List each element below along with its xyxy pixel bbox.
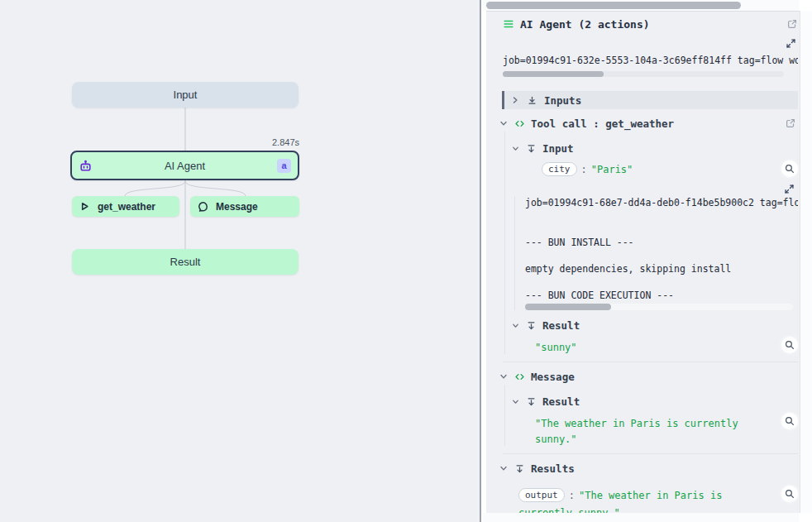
chevron-down-icon[interactable] [499, 371, 509, 381]
tool-call-children: Input city:"Paris" [504, 132, 798, 354]
log-progress-thumb[interactable] [503, 71, 604, 77]
tool-log-block: job=01994c91-68e7-dd4a-deb0-f14be5b900c2… [514, 196, 798, 310]
flow-node-ai-agent-label: AI Agent [72, 160, 298, 172]
tool-input-label: Input [542, 142, 574, 155]
flow-node-input[interactable]: Input [72, 82, 299, 108]
tool-call-header[interactable]: Tool call : get_weather [499, 115, 798, 132]
results-output-row: output:"The weather in Paris is currentl… [504, 487, 798, 513]
chevron-down-icon[interactable] [511, 321, 520, 330]
tool-result-value-row: "sunny" [505, 338, 798, 354]
flow-node-result[interactable]: Result [72, 249, 299, 275]
log-line [525, 209, 798, 223]
log-line [525, 249, 798, 262]
chevron-down-icon[interactable] [511, 397, 520, 406]
panel-vertical-scrollbar[interactable] [800, 11, 812, 513]
run-detail-panel: AI Agent (2 actions) job=01994c91-632e-5… [480, 0, 812, 522]
magnifier-icon[interactable] [781, 160, 798, 177]
tool-log-scrollbar[interactable] [525, 304, 793, 310]
log-line: --- BUN INSTALL --- [525, 236, 798, 249]
message-children: Result "The weather in Paris is currentl… [504, 385, 798, 446]
colon: : [565, 490, 579, 501]
log-line [525, 275, 798, 289]
code-icon [514, 118, 525, 129]
play-icon [79, 200, 91, 213]
key-pill-city[interactable]: city [542, 162, 577, 176]
panel-content: AI Agent (2 actions) job=01994c91-632e-5… [486, 11, 800, 513]
message-result-value: "The weather in Paris is currently sunny… [535, 418, 738, 445]
chevron-right-icon[interactable] [510, 95, 520, 105]
results-section: Results output:"The weather in Paris is … [503, 460, 798, 513]
expand-icon[interactable] [784, 184, 795, 194]
panel-header: AI Agent (2 actions) [503, 17, 798, 31]
tool-call-title: Tool call : get_weather [531, 117, 674, 130]
agent-badge: a [277, 159, 291, 173]
ai-agent-menu-icon [503, 18, 514, 30]
message-result-header[interactable]: Result [505, 395, 798, 408]
tool-result-label: Result [542, 319, 580, 332]
log-line: --- BUN CODE EXECUTION --- [525, 289, 798, 302]
tool-log-expand-row [505, 184, 798, 194]
arrow-down-from-bar-icon [526, 396, 537, 407]
tool-result-value: "sunny" [535, 342, 577, 353]
flow-node-get-weather-label: get_weather [98, 201, 155, 213]
chevron-down-icon[interactable] [499, 463, 509, 473]
message-result-label: Result [542, 395, 580, 408]
message-header[interactable]: Message [499, 368, 798, 385]
panel-top-scrollbar[interactable] [483, 0, 799, 11]
results-children: output:"The weather in Paris is currentl… [504, 477, 798, 513]
speech-bubble-icon [197, 200, 209, 213]
arrow-down-from-bar-icon [526, 320, 537, 331]
agent-duration: 2.847s [70, 137, 299, 147]
open-external-icon[interactable] [785, 117, 796, 129]
code-icon [514, 371, 525, 382]
log-progress-bar[interactable] [503, 71, 784, 77]
flow-canvas[interactable]: Input 2.847s AI Agent a get_weather [0, 0, 480, 522]
tool-input-city-row: city:"Paris" [505, 162, 798, 177]
expand-log-row [503, 37, 798, 49]
key-pill-output[interactable]: output [518, 488, 565, 502]
panel-bottom-scrollbar[interactable] [483, 513, 799, 522]
tool-call-section: Tool call : get_weather [503, 115, 798, 362]
results-header[interactable]: Results [499, 460, 798, 477]
inputs-section-header[interactable]: Inputs [502, 91, 798, 109]
arrow-down-from-bar-icon [526, 143, 537, 154]
magnifier-icon[interactable] [781, 413, 798, 429]
flow-node-get-weather[interactable]: get_weather [72, 196, 179, 217]
magnifier-icon[interactable] [781, 337, 798, 353]
chevron-down-icon[interactable] [511, 144, 520, 153]
log-line: empty dependencies, skipping install [525, 262, 798, 275]
panel-top-scrollbar-thumb[interactable] [486, 2, 741, 9]
flow-node-message[interactable]: Message [190, 196, 299, 217]
flow-node-result-label: Result [170, 256, 201, 268]
tool-input-header[interactable]: Input [505, 141, 798, 155]
arrow-down-from-bar-icon [514, 463, 525, 474]
flow-node-message-label: Message [216, 201, 258, 213]
magnifier-icon[interactable] [781, 486, 798, 502]
tool-log-scrollbar-thumb[interactable] [525, 304, 611, 310]
log-line [525, 223, 798, 236]
log-line: job=01994c91-68e7-dd4a-deb0-f14be5b900c2… [525, 196, 798, 209]
colon: : [577, 164, 591, 175]
results-title: Results [531, 462, 575, 475]
open-external-icon[interactable] [786, 18, 798, 30]
message-result-value-row: "The weather in Paris is currently sunny… [505, 414, 798, 446]
flow-node-ai-agent[interactable]: AI Agent a [70, 151, 299, 180]
inputs-section-label: Inputs [544, 94, 581, 107]
download-icon [527, 95, 537, 106]
message-section: Message Result [503, 368, 798, 454]
message-title: Message [531, 371, 575, 383]
flow-node-input-label: Input [174, 89, 198, 101]
panel-title: AI Agent (2 actions) [520, 18, 650, 31]
chevron-down-icon[interactable] [499, 118, 509, 128]
tool-result-header[interactable]: Result [505, 318, 798, 332]
expand-icon[interactable] [786, 38, 796, 49]
city-value: "Paris" [591, 164, 633, 175]
job-id-line: job=01994c91-632e-5553-104a-3c69eff814ff… [503, 55, 798, 66]
